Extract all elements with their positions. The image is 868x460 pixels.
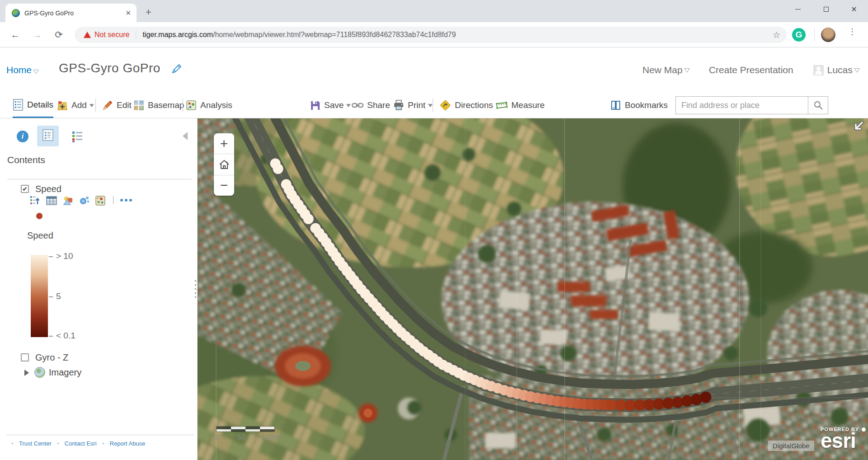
collapse-panel-icon[interactable] xyxy=(183,132,188,140)
show-table-tool[interactable] xyxy=(46,195,57,208)
browser-tab[interactable]: GPS-Gyro GoPro ✕ xyxy=(5,4,137,22)
toolbar-separator xyxy=(95,99,96,112)
layer-name-imagery[interactable]: Imagery xyxy=(49,367,81,378)
search-input[interactable] xyxy=(675,96,808,114)
chevron-down-icon: ▽ xyxy=(684,67,690,73)
user-avatar xyxy=(813,65,824,75)
report-abuse-link[interactable]: Report Abuse xyxy=(110,440,146,447)
print-button[interactable]: Print▼ xyxy=(393,93,433,118)
sidebar-footer: Trust Center Contact Esri Report Abuse xyxy=(12,440,145,447)
more-options-icon[interactable] xyxy=(120,199,132,202)
arcgis-favicon-icon xyxy=(12,9,20,17)
window-maximize-button[interactable] xyxy=(812,0,840,18)
analysis-button[interactable]: Analysis xyxy=(186,93,232,118)
zoom-in-button[interactable]: + xyxy=(214,133,234,154)
layer-name-speed[interactable]: Speed xyxy=(35,184,61,194)
measure-button[interactable]: Measure xyxy=(496,93,545,118)
omnibox-separator xyxy=(136,30,136,39)
window-minimize-button[interactable] xyxy=(784,0,812,18)
edit-button[interactable]: Edit xyxy=(102,93,132,118)
add-button[interactable]: Add▼ xyxy=(57,93,94,118)
legend-tick-label-min: < 0.1 xyxy=(56,331,75,341)
legend-tick xyxy=(49,336,53,337)
scale-bar xyxy=(217,427,274,432)
gps-track-dot xyxy=(273,164,283,174)
layer-checkbox-gyro-z[interactable] xyxy=(21,353,29,361)
show-legend-tool[interactable] xyxy=(30,195,41,208)
print-icon xyxy=(393,100,404,111)
chrome-divider xyxy=(814,28,815,41)
speed-legend-gradient xyxy=(31,255,48,337)
browser-address-bar: ← → ⟳ Not secure tiger.maps.arcgis.com/h… xyxy=(0,22,868,47)
measure-ruler-icon xyxy=(496,100,508,111)
user-menu[interactable]: Lucas▽ xyxy=(813,65,859,75)
home-icon xyxy=(218,159,231,170)
about-tool[interactable]: i xyxy=(17,131,28,142)
new-map-menu[interactable]: New Map▽ xyxy=(642,65,689,75)
directions-icon xyxy=(439,99,451,111)
map-corner-arrow-icon[interactable] xyxy=(850,119,865,135)
legend-icon xyxy=(42,129,54,143)
legend-layer-title: Speed xyxy=(27,230,53,241)
window-close-button[interactable]: ✕ xyxy=(840,0,868,18)
trust-center-link[interactable]: Trust Center xyxy=(19,440,52,447)
new-tab-button[interactable]: + xyxy=(146,6,151,18)
create-presentation-button[interactable]: Create Presentation xyxy=(709,65,793,75)
layer-analysis-tool[interactable] xyxy=(95,195,106,208)
search-icon[interactable] xyxy=(808,96,828,114)
content-list-tool[interactable] xyxy=(71,131,83,144)
save-button[interactable]: Save▼ xyxy=(310,93,351,118)
edit-title-pencil-icon[interactable] xyxy=(171,63,183,76)
map-zoom-control: + − xyxy=(214,133,234,196)
bookmark-star-icon[interactable]: ☆ xyxy=(773,30,780,40)
tab-details[interactable]: Details xyxy=(13,93,53,118)
legend-tick-label-mid: 5 xyxy=(56,291,61,301)
share-link-icon xyxy=(352,101,363,110)
url-path: /home/webmap/viewer.html?webmap=71185f89… xyxy=(213,31,456,39)
zoom-out-button[interactable]: − xyxy=(214,175,234,196)
map-canvas[interactable]: + − 0 50 xyxy=(198,118,868,460)
bookmarks-book-icon xyxy=(610,100,621,111)
edit-pencil-icon xyxy=(102,100,113,111)
legend-tick xyxy=(49,296,53,297)
map-title: GPS-Gyro GoPro xyxy=(59,61,160,75)
gps-track-dot xyxy=(700,392,711,403)
speed-symbol-dot xyxy=(36,213,42,219)
home-extent-button[interactable] xyxy=(214,154,234,174)
layer-name-gyro-z[interactable]: Gyro - Z xyxy=(35,352,68,363)
site-header: Home▽ GPS-Gyro GoPro New Map▽ Create Pre… xyxy=(0,47,868,93)
browser-profile-avatar[interactable] xyxy=(821,28,835,42)
basemap-button[interactable]: Basemap xyxy=(133,93,184,118)
not-secure-label[interactable]: Not secure xyxy=(94,31,129,39)
tab-close-icon[interactable]: ✕ xyxy=(125,9,131,17)
contact-esri-link[interactable]: Contact Esri xyxy=(65,440,97,447)
layer-checkbox-speed[interactable] xyxy=(21,185,29,193)
directions-button[interactable]: Directions xyxy=(439,93,493,118)
contents-sidebar: i Contents Speed xyxy=(0,118,198,460)
scale-label-50: 50 xyxy=(237,433,245,441)
browser-tab-strip: GPS-Gyro GoPro ✕ + ✕ xyxy=(0,0,868,22)
url-host: tiger.maps.arcgis.com xyxy=(142,31,213,39)
home-menu[interactable]: Home▽ xyxy=(6,65,38,75)
basemap-grid-icon xyxy=(133,100,144,111)
expand-imagery-icon[interactable] xyxy=(24,370,29,376)
not-secure-warning-icon xyxy=(84,32,91,38)
change-style-tool[interactable] xyxy=(62,195,73,208)
details-icon xyxy=(13,99,24,111)
back-icon[interactable]: ← xyxy=(9,29,22,40)
info-icon: i xyxy=(17,131,28,142)
forward-icon[interactable]: → xyxy=(31,29,43,40)
satellite-basemap xyxy=(198,118,868,460)
grammarly-extension-icon[interactable]: G xyxy=(792,28,806,42)
map-toolbar: Details Add▼ Edit Basemap Analysis xyxy=(0,93,868,118)
tools-separator xyxy=(113,196,113,204)
reload-icon[interactable]: ⟳ xyxy=(52,29,65,40)
cluster-points-tool[interactable] xyxy=(79,195,90,208)
browser-menu-icon[interactable]: ⋮ xyxy=(848,27,856,37)
legend-tick xyxy=(49,256,53,257)
panel-resize-handle[interactable] xyxy=(195,280,196,298)
content-legend-tool[interactable] xyxy=(37,126,59,146)
url-field[interactable]: Not secure tiger.maps.arcgis.com/home/we… xyxy=(75,27,787,43)
bookmarks-button[interactable]: Bookmarks xyxy=(610,93,668,118)
share-button[interactable]: Share xyxy=(352,93,390,118)
